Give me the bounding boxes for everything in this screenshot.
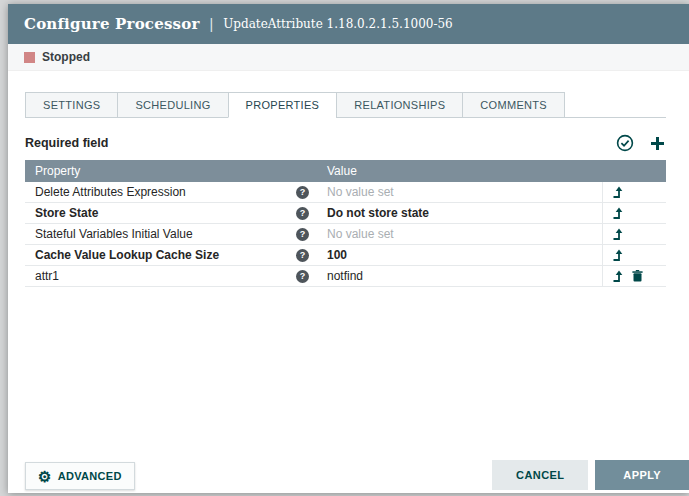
- table-row: Cache Value Lookup Cache Size ? 100: [25, 245, 666, 266]
- properties-toolbar: Required field: [25, 130, 666, 156]
- help-icon[interactable]: ?: [296, 228, 309, 241]
- processor-type-version: UpdateAttribute 1.18.0.2.1.5.1000-56: [223, 17, 453, 31]
- table-row: Stateful Variables Initial Value ? No va…: [25, 224, 666, 245]
- table-row: Delete Attributes Expression ? No value …: [25, 182, 666, 203]
- status-label: Stopped: [42, 50, 90, 64]
- advanced-button[interactable]: ⚙ ADVANCED: [25, 462, 135, 490]
- property-value[interactable]: No value set: [317, 182, 602, 202]
- title-separator: |: [210, 16, 214, 32]
- property-name: Delete Attributes Expression: [35, 185, 186, 199]
- dialog-footer: ⚙ ADVANCED CANCEL APPLY: [25, 460, 689, 490]
- advanced-button-label: ADVANCED: [58, 470, 122, 482]
- delete-property-icon[interactable]: [632, 270, 643, 282]
- configure-processor-dialog: Configure Processor | UpdateAttribute 1.…: [8, 4, 689, 493]
- properties-table: Property Value Delete Attributes Express…: [25, 160, 666, 287]
- apply-button[interactable]: APPLY: [595, 460, 689, 490]
- verify-properties-icon[interactable]: [616, 134, 634, 152]
- cancel-button[interactable]: CANCEL: [492, 460, 588, 490]
- dialog-header: Configure Processor | UpdateAttribute 1.…: [8, 4, 689, 44]
- add-property-icon[interactable]: [649, 135, 666, 152]
- goto-icon[interactable]: [612, 270, 624, 282]
- tab-scheduling[interactable]: SCHEDULING: [117, 92, 228, 118]
- property-value[interactable]: notfind: [317, 266, 602, 286]
- help-icon[interactable]: ?: [296, 207, 309, 220]
- help-icon[interactable]: ?: [296, 186, 309, 199]
- dialog-title: Configure Processor: [24, 15, 200, 33]
- tab-settings[interactable]: SETTINGS: [25, 92, 118, 118]
- property-value[interactable]: 100: [317, 245, 602, 265]
- tab-bar: SETTINGS SCHEDULING PROPERTIES RELATIONS…: [25, 92, 666, 118]
- table-header-row: Property Value: [25, 160, 666, 182]
- toolbar-icons: [616, 134, 666, 152]
- stopped-indicator-icon: [24, 52, 35, 63]
- goto-icon[interactable]: [612, 249, 624, 261]
- property-name: attr1: [35, 269, 59, 283]
- goto-icon[interactable]: [612, 228, 624, 240]
- property-value[interactable]: Do not store state: [317, 203, 602, 223]
- goto-icon[interactable]: [612, 186, 624, 198]
- table-row: attr1 ? notfind: [25, 266, 666, 287]
- property-value[interactable]: No value set: [317, 224, 602, 244]
- column-header-value: Value: [317, 164, 602, 178]
- property-name: Stateful Variables Initial Value: [35, 227, 193, 241]
- table-row: Store State ? Do not store state: [25, 203, 666, 224]
- required-field-label: Required field: [25, 136, 108, 150]
- property-name: Cache Value Lookup Cache Size: [35, 248, 219, 262]
- help-icon[interactable]: ?: [296, 249, 309, 262]
- column-header-property: Property: [25, 164, 317, 178]
- tab-comments[interactable]: COMMENTS: [462, 92, 565, 118]
- property-name: Store State: [35, 206, 98, 220]
- goto-icon[interactable]: [612, 207, 624, 219]
- gear-icon: ⚙: [38, 469, 52, 484]
- help-icon[interactable]: ?: [296, 270, 309, 283]
- status-bar: Stopped: [8, 44, 689, 71]
- tab-properties[interactable]: PROPERTIES: [228, 92, 338, 118]
- action-buttons: CANCEL APPLY: [492, 460, 689, 490]
- tab-relationships[interactable]: RELATIONSHIPS: [336, 92, 463, 118]
